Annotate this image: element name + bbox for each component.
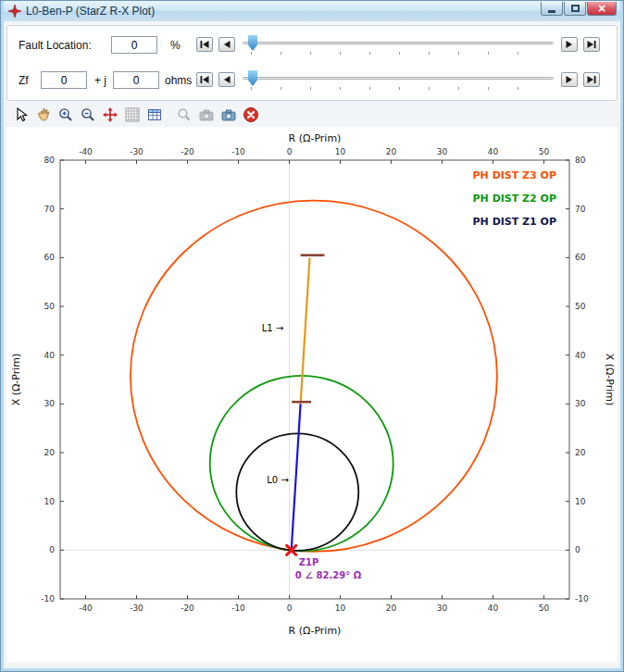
y-tick-label: 0	[49, 545, 55, 554]
y-tick-label: 30	[44, 399, 56, 408]
pointer-tool-button[interactable]	[11, 106, 31, 124]
maximize-button[interactable]	[564, 2, 586, 16]
y-tick-label: 40	[44, 351, 56, 360]
zf-skip-end-button[interactable]	[583, 72, 600, 87]
x-tick-label: -10	[231, 604, 245, 613]
x-tick-label: 10	[335, 147, 346, 156]
data-grid-button[interactable]	[144, 106, 165, 124]
zf-unit-label: ohms	[165, 74, 192, 87]
x-axis-title-top: R (Ω-Prim)	[289, 132, 342, 144]
y-tick-label: -10	[41, 594, 55, 604]
fault-location-label: Fault Location:	[19, 39, 92, 52]
zf-plus-j-label: + j	[94, 74, 106, 87]
y-tick-label: 50	[575, 302, 586, 311]
data-grid-icon	[146, 106, 163, 123]
fault-skip-start-button[interactable]	[196, 37, 213, 52]
close-plot-button[interactable]	[241, 106, 261, 124]
y-axis-title-right: X (Ω-Prim)	[604, 354, 616, 406]
grid-toggle-button[interactable]	[122, 106, 143, 124]
fault-location-input[interactable]	[111, 36, 157, 54]
slider-track[interactable]	[243, 77, 554, 80]
step-forward-icon	[564, 74, 575, 85]
slider-thumb[interactable]	[248, 35, 257, 51]
x-tick-label: -20	[181, 604, 194, 613]
camera-button[interactable]	[196, 106, 217, 124]
rx-plot-canvas[interactable]: -40-40-30-30-20-20-10-100010102020303040…	[6, 127, 619, 658]
zf-skip-start-button[interactable]	[196, 72, 213, 87]
y-tick-label: 10	[575, 497, 586, 506]
legend-item: PH DIST Z3 OP	[473, 169, 556, 181]
x-tick-label: -20	[181, 147, 194, 156]
close-button[interactable]: ×	[587, 2, 617, 16]
x-tick-label: 40	[488, 147, 499, 156]
titlebar[interactable]: L0-Ben-P (StarZ R-X Plot) ×	[4, 1, 620, 21]
pan-arrows-icon	[102, 106, 119, 123]
x-tick-label: 0	[287, 604, 293, 613]
app-icon	[8, 5, 21, 18]
y-tick-label: 20	[44, 448, 56, 457]
x-tick-label: -30	[130, 147, 144, 156]
minimize-button[interactable]	[541, 2, 563, 16]
controls-panel: Fault Location: % Zf + j	[6, 25, 618, 101]
skip-start-icon	[199, 74, 210, 85]
legend-item: PH DIST Z2 OP	[473, 193, 556, 205]
y-tick-label: 80	[44, 156, 56, 165]
x-tick-label: 40	[488, 604, 499, 613]
fault-impedance-value: 0 ∠ 82.29° Ω	[295, 570, 362, 580]
pan-hand-icon	[35, 106, 52, 123]
y-tick-label: 20	[575, 448, 586, 457]
minimize-icon	[548, 10, 555, 13]
client-area: Fault Location: % Zf + j	[4, 21, 620, 668]
fault-label: Z1P	[299, 557, 319, 567]
y-tick-label: 60	[44, 253, 56, 262]
y-tick-label: 50	[44, 302, 56, 311]
save-image-button[interactable]	[218, 106, 239, 124]
fault-step-forward-button[interactable]	[561, 37, 578, 52]
legend-item: PH DIST Z1 OP	[473, 216, 556, 228]
x-tick-label: -40	[79, 147, 93, 156]
zf-real-input[interactable]	[41, 71, 87, 89]
zoom-window-button[interactable]	[174, 106, 194, 124]
window-title: L0-Ben-P (StarZ R-X Plot)	[26, 5, 155, 18]
x-tick-label: 50	[539, 604, 550, 613]
camera-icon	[198, 106, 215, 123]
x-tick-label: 10	[335, 604, 346, 613]
app-window: L0-Ben-P (StarZ R-X Plot) × Fault Locati…	[0, 0, 624, 672]
zoom-out-icon	[80, 106, 96, 123]
y-tick-label: 40	[575, 351, 586, 360]
fault-skip-end-button[interactable]	[583, 37, 600, 52]
slider-track[interactable]	[243, 42, 554, 44]
slider-ticks	[251, 52, 545, 55]
x-tick-label: 30	[437, 147, 448, 156]
step-back-icon	[221, 39, 232, 50]
y-tick-label: 0	[575, 545, 580, 554]
pan-arrows-button[interactable]	[100, 106, 120, 124]
x-tick-label: 30	[437, 604, 448, 613]
zoom-in-icon	[57, 106, 74, 123]
segment-label: L0 →	[267, 475, 289, 485]
fault-step-back-button[interactable]	[218, 37, 235, 52]
y-tick-label: 80	[575, 156, 586, 165]
fault-location-slider[interactable]	[243, 33, 554, 56]
zoom-in-button[interactable]	[56, 106, 76, 124]
maximize-icon	[571, 5, 580, 12]
save-image-icon	[220, 106, 237, 123]
close-icon: ×	[598, 3, 605, 15]
x-tick-label: -30	[130, 604, 144, 613]
x-tick-label: 20	[386, 604, 397, 613]
zoom-out-button[interactable]	[78, 106, 98, 124]
zf-imag-input[interactable]	[113, 71, 159, 89]
x-tick-label: -40	[79, 604, 93, 613]
zf-step-forward-button[interactable]	[561, 72, 578, 87]
skip-start-icon	[199, 39, 210, 50]
x-tick-label: 50	[539, 147, 550, 156]
zf-slider[interactable]	[243, 68, 554, 91]
pan-hand-button[interactable]	[33, 106, 54, 124]
y-tick-label: -10	[575, 594, 589, 604]
x-tick-label: -10	[231, 147, 245, 156]
y-tick-label: 70	[575, 205, 586, 214]
segment-label: L1 →	[262, 323, 284, 333]
zf-step-back-button[interactable]	[218, 72, 235, 87]
window-controls: ×	[540, 2, 617, 16]
slider-thumb[interactable]	[248, 70, 257, 86]
